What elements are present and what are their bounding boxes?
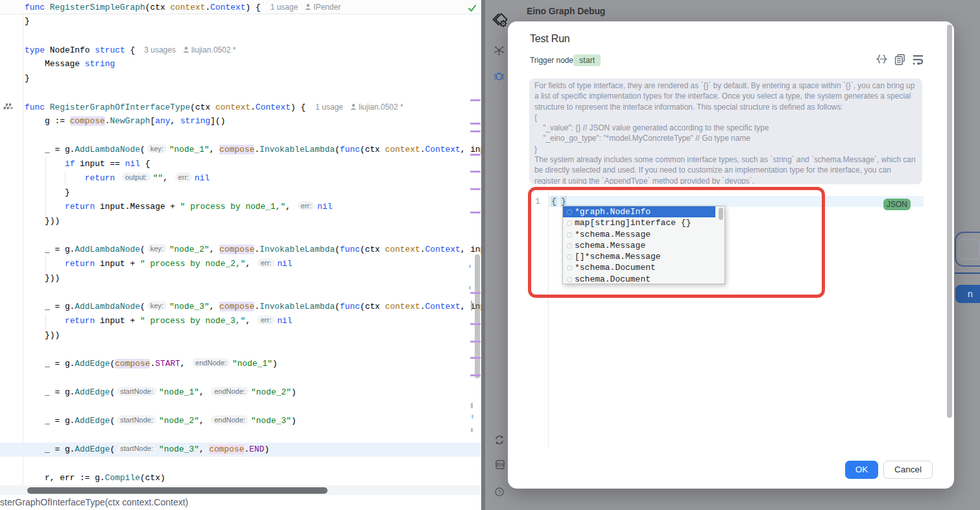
svg-text:En: En bbox=[497, 461, 504, 468]
svg-text:?: ? bbox=[497, 489, 501, 495]
